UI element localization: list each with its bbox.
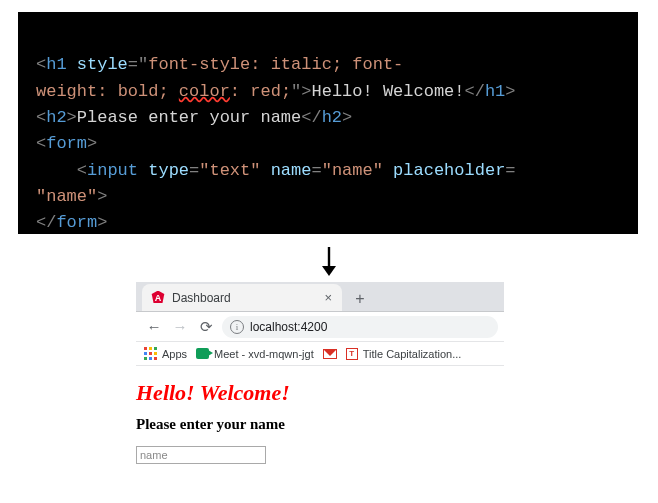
new-tab-button[interactable]: + [348,287,372,311]
angle-open: < [77,161,87,180]
apps-shortcut[interactable]: Apps [144,347,187,360]
browser-preview: A Dashboard × + ← → ⟳ i localhost:4200 A… [136,282,504,366]
attr-val: "text" [199,161,260,180]
angle-open: < [36,55,46,74]
style-val: bold [118,82,159,101]
close-icon[interactable]: × [324,290,332,305]
eq: = [189,161,199,180]
tag-h2: h2 [46,108,66,127]
bookmark-label: Title Capitalization... [363,348,462,360]
gt: > [87,134,97,153]
gt: > [505,82,515,101]
eq-quote: =" [128,55,148,74]
bookmark-meet[interactable]: Meet - xvd-mqwn-jgt [196,348,314,360]
quote-close: " [291,82,301,101]
colon: : [250,55,270,74]
angle-open: < [36,108,46,127]
colon: : [230,82,250,101]
style-val: red [250,82,281,101]
attr-name: name [271,161,312,180]
style-prop: font-style [148,55,250,74]
page-subheading: Please enter your name [136,416,504,433]
forward-button[interactable]: → [168,315,192,339]
svg-marker-1 [322,266,336,276]
attr-val: "name" [36,187,97,206]
code-editor: <h1 style="font-style: italic; font- wei… [18,12,638,234]
text-content: Please enter your name [77,108,301,127]
bookmark-titlecap[interactable]: T Title Capitalization... [346,348,462,360]
attr-placeholder: placeholder [393,161,505,180]
tag-input: input [87,161,138,180]
url-text: localhost:4200 [250,320,327,334]
tag-h2: h2 [322,108,342,127]
browser-toolbar: ← → ⟳ i localhost:4200 [136,312,504,342]
style-prop-color: color [179,82,230,101]
gt: > [67,108,77,127]
name-input[interactable] [136,446,266,464]
site-info-icon[interactable]: i [230,320,244,334]
attr-val: "name" [322,161,383,180]
address-bar[interactable]: i localhost:4200 [222,316,498,338]
angle-open: < [36,134,46,153]
tab-strip: A Dashboard × + [136,282,504,312]
arrow-down-icon [316,244,342,278]
bookmark-label: Apps [162,348,187,360]
style-prop: font- [352,55,403,74]
browser-tab[interactable]: A Dashboard × [142,284,342,311]
tag-form: form [56,213,97,232]
gt: > [342,108,352,127]
indent [36,161,77,180]
rendered-output: Hello! Welcome! Please enter your name [136,380,504,464]
close-open: </ [465,82,485,101]
tag-h1: h1 [485,82,505,101]
gt: > [301,82,311,101]
gt: > [97,187,107,206]
bookmarks-bar: Apps Meet - xvd-mqwn-jgt T Title Capital… [136,342,504,366]
tab-title: Dashboard [172,291,317,305]
close-open: </ [36,213,56,232]
reload-button[interactable]: ⟳ [194,315,218,339]
meet-icon [196,348,209,359]
back-button[interactable]: ← [142,315,166,339]
eq: = [311,161,321,180]
tag-form: form [46,134,87,153]
colon: : [97,82,117,101]
semi: ; [158,82,178,101]
gmail-icon [323,349,337,359]
text-content: Hello! Welcome! [311,82,464,101]
attr-type: type [148,161,189,180]
bookmark-gmail[interactable] [323,349,337,359]
style-val: italic [271,55,332,74]
titlecap-icon: T [346,348,358,360]
eq: = [505,161,515,180]
page-heading: Hello! Welcome! [136,380,504,406]
style-prop: weight [36,82,97,101]
semi: ; [332,55,352,74]
semi: ; [281,82,291,101]
bookmark-label: Meet - xvd-mqwn-jgt [214,348,314,360]
close-open: </ [301,108,321,127]
tag-h1: h1 [46,55,66,74]
attr-style: style [77,55,128,74]
angular-favicon-icon: A [151,291,165,305]
apps-grid-icon [144,347,157,360]
gt: > [97,213,107,232]
name-form [136,445,504,464]
